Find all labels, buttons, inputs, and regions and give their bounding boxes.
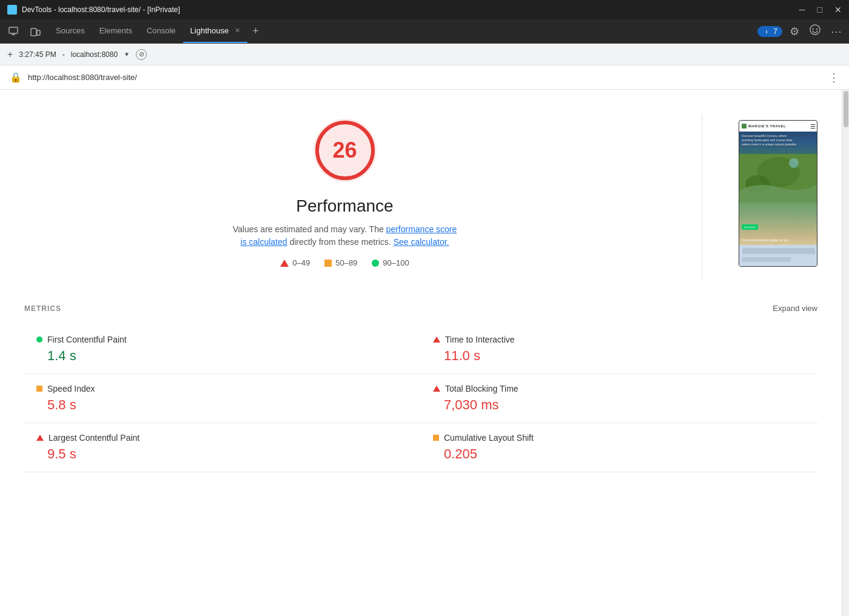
svg-rect-1	[10, 8, 13, 10]
dropdown-arrow[interactable]: ▼	[124, 51, 130, 58]
inspect-button[interactable]	[5, 23, 22, 40]
tab-console[interactable]: Console	[139, 19, 183, 43]
metric-cls-header: Cumulative Layout Shift	[433, 433, 805, 443]
legend-medium: 50–89	[324, 258, 357, 267]
poor-icon	[280, 259, 289, 267]
ss-hero-text: Discover beautiful Corsica, wherestunnin…	[742, 134, 816, 147]
tab-close-icon[interactable]: ✕	[235, 27, 240, 35]
performance-description: Values are estimated and may vary. The p…	[233, 223, 457, 249]
devtools-icon	[7, 5, 17, 15]
legend-good: 90–100	[372, 258, 409, 267]
issues-badge[interactable]: i 7	[757, 26, 782, 37]
content-area: 26 Performance Values are estimated and …	[0, 90, 842, 616]
devtools-icon-buttons	[5, 19, 44, 43]
metric-tbt-header: Total Blocking Time	[433, 384, 805, 393]
metrics-grid: First Contentful Paint 1.4 s Time to Int…	[24, 325, 817, 472]
ss-title: MARGIE'S TRAVEL	[748, 124, 786, 128]
svg-point-10	[813, 28, 814, 30]
si-status-icon	[36, 386, 42, 392]
device-toggle-button[interactable]	[27, 23, 44, 40]
settings-icon[interactable]: ⚙	[787, 22, 802, 41]
ss-badge: destination	[742, 224, 758, 230]
devtools-right-controls: i 7 ⚙ ⋯	[757, 19, 844, 43]
tab-add-button[interactable]: +	[247, 19, 264, 43]
metrics-label: METRICS	[24, 304, 61, 313]
performance-score: 26	[332, 138, 357, 163]
tti-name: Time to Interactive	[445, 335, 515, 344]
metric-lcp-header: Largest Contentful Paint	[36, 433, 409, 443]
svg-point-11	[816, 28, 817, 30]
main-content: 26 Performance Values are estimated and …	[0, 90, 849, 616]
metric-tbt: Total Blocking Time 7,030 ms	[421, 374, 817, 423]
section-divider	[702, 114, 702, 280]
calculator-link[interactable]: See calculator.	[394, 237, 449, 247]
cls-name: Cumulative Layout Shift	[444, 433, 534, 443]
performance-section: 26 Performance Values are estimated and …	[24, 102, 817, 298]
restore-button[interactable]: □	[817, 5, 822, 15]
tti-status-icon	[433, 336, 440, 343]
tbt-name: Total Blocking Time	[445, 384, 518, 393]
title-bar: DevTools - localhost:8080/travel-site/ -…	[0, 0, 849, 19]
metrics-section: METRICS Expand view First Contentful Pai…	[24, 304, 817, 472]
url-more-button[interactable]: ⋮	[828, 71, 839, 84]
performance-title: Performance	[296, 196, 393, 216]
svg-rect-20	[742, 248, 815, 254]
cls-value: 0.205	[433, 446, 805, 462]
good-icon	[372, 259, 379, 267]
score-legend: 0–49 50–89 90–100	[280, 258, 409, 267]
scrollbar-track[interactable]	[842, 90, 849, 616]
svg-rect-5	[31, 28, 36, 36]
screenshot-preview: MARGIE'S TRAVEL ☰ Discover beautiful Cor…	[739, 121, 817, 266]
svg-point-18	[789, 158, 799, 168]
tab-console-label: Console	[147, 26, 176, 35]
screenshot-container: MARGIE'S TRAVEL ☰ Discover beautiful Cor…	[739, 120, 817, 267]
ss-image	[739, 154, 817, 203]
fcp-value: 1.4 s	[36, 348, 409, 364]
host-label: localhost:8080	[71, 50, 118, 59]
screenshot-frame: MARGIE'S TRAVEL ☰ Discover beautiful Cor…	[739, 120, 817, 267]
stop-button[interactable]: ⊘	[136, 49, 147, 60]
tab-lighthouse-label: Lighthouse	[190, 26, 229, 35]
expand-view-button[interactable]: Expand view	[773, 304, 817, 313]
svg-rect-21	[742, 257, 791, 262]
minimize-button[interactable]: ─	[799, 5, 805, 15]
svg-rect-2	[9, 27, 18, 33]
ss-header: MARGIE'S TRAVEL ☰	[739, 121, 817, 132]
metric-fcp: First Contentful Paint 1.4 s	[24, 325, 421, 374]
score-container: 26 Performance Values are estimated and …	[24, 114, 665, 267]
lcp-name: Largest Contentful Paint	[49, 433, 139, 443]
ss-logo	[742, 124, 747, 129]
ss-menu-icon: ☰	[810, 123, 816, 130]
more-options-icon[interactable]: ⋯	[828, 22, 844, 41]
metric-lcp: Largest Contentful Paint 9.5 s	[24, 423, 421, 472]
feedback-icon[interactable]	[807, 21, 824, 41]
tab-elements-label: Elements	[99, 26, 132, 35]
ss-bottom-text: Our best destination guides for you	[742, 238, 816, 242]
ss-footer	[739, 245, 817, 266]
issues-count: 7	[773, 27, 777, 36]
tab-sources[interactable]: Sources	[49, 19, 92, 43]
lcp-status-icon	[36, 435, 44, 441]
tab-lighthouse[interactable]: Lighthouse ✕	[183, 19, 248, 43]
new-tab-button[interactable]: +	[7, 49, 13, 60]
score-circle: 26	[309, 114, 381, 187]
close-button[interactable]: ✕	[834, 5, 842, 15]
svg-rect-6	[37, 30, 40, 35]
tbt-status-icon	[433, 386, 440, 392]
tab-sources-label: Sources	[56, 26, 85, 35]
tbt-value: 7,030 ms	[433, 397, 805, 413]
performance-left: 26 Performance Values are estimated and …	[24, 114, 665, 280]
tti-value: 11.0 s	[433, 348, 805, 364]
scrollbar-thumb[interactable]	[844, 91, 848, 127]
fcp-status-icon	[36, 336, 42, 343]
poor-range: 0–49	[292, 258, 310, 267]
tab-elements[interactable]: Elements	[92, 19, 139, 43]
metric-tti-header: Time to Interactive	[433, 335, 805, 344]
devtools-tabs-bar: Sources Elements Console Lighthouse ✕ + …	[0, 19, 849, 44]
fcp-name: First Contentful Paint	[47, 335, 127, 344]
metric-cls: Cumulative Layout Shift 0.205	[421, 423, 817, 472]
legend-poor: 0–49	[280, 258, 310, 267]
good-range: 90–100	[383, 258, 409, 267]
si-name: Speed Index	[47, 384, 95, 393]
title-bar-controls: ─ □ ✕	[799, 5, 842, 15]
